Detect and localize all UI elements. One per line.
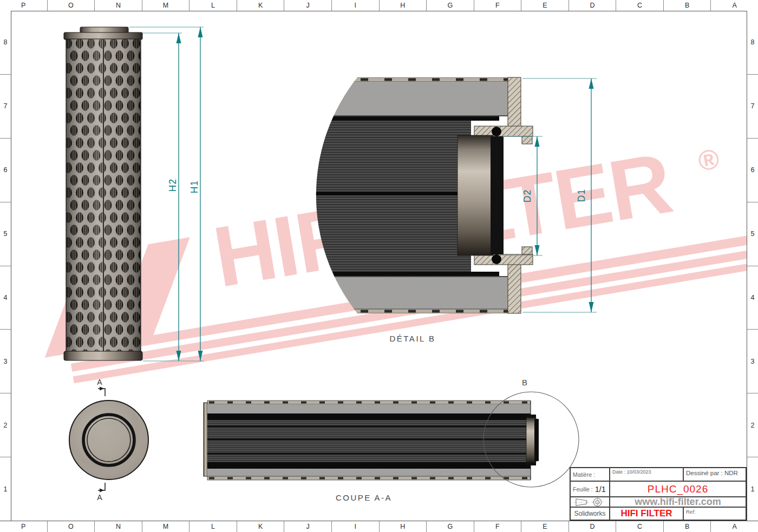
drawing-canvas: H2 H1 A A: [0, 0, 758, 532]
grid-label-top: D: [569, 0, 617, 11]
grid-label-left: 5: [0, 202, 11, 266]
grid-label-top: H: [380, 0, 427, 11]
grid-label-bottom: L: [190, 521, 237, 532]
detail-b-view: [311, 77, 533, 313]
grid-label-top: B: [664, 0, 711, 11]
projection-symbol-cell: [570, 497, 610, 507]
grid-label-top: E: [521, 0, 569, 11]
grid-label-left: 3: [0, 330, 11, 393]
date-field: Date : 10/03/2023: [610, 468, 683, 481]
grid-label-top: N: [95, 0, 142, 11]
title-block: Matière : Date : 10/03/2023 Dessiné par …: [570, 467, 747, 521]
grid-label-bottom: N: [95, 521, 142, 532]
grid-label-right: 5: [747, 202, 758, 266]
grid-label-bottom: B: [664, 521, 711, 532]
grid-band-bottom: PONMLKJIHGFEDCBA: [0, 521, 758, 532]
grid-label-left: 7: [0, 75, 11, 139]
sheet-label: Feuille :: [573, 486, 593, 492]
coupe-a-a-title: COUPE A-A: [336, 493, 392, 502]
software-label: Solidworks: [570, 507, 610, 520]
grid-label-bottom: I: [332, 521, 380, 532]
grid-label-top: G: [427, 0, 474, 11]
grid-label-bottom: J: [284, 521, 332, 532]
grid-label-right: 2: [747, 393, 758, 457]
grid-label-right: 6: [747, 139, 758, 202]
ref-label: Ref:: [683, 507, 746, 520]
section-mark-a-top: A: [97, 378, 102, 386]
grid-band-left: 87654321: [0, 11, 11, 521]
first-angle-projection-icon: [571, 497, 609, 507]
grid-label-bottom: M: [142, 521, 190, 532]
grid-label-top: A: [711, 0, 758, 11]
grid-label-top: P: [0, 0, 48, 11]
drawing-sheet: HIFI FILTER ®: [0, 0, 758, 532]
website: www.hifi-filter.com: [610, 497, 746, 507]
grid-label-top: I: [332, 0, 380, 11]
dim-label-h2: H2: [167, 179, 178, 192]
grid-label-top: O: [48, 0, 95, 11]
grid-label-left: 4: [0, 266, 11, 330]
grid-label-right: 1: [747, 457, 758, 521]
grid-label-left: 8: [0, 11, 11, 75]
grid-label-top: C: [616, 0, 664, 11]
grid-label-right: 8: [747, 11, 758, 75]
grid-label-top: M: [142, 0, 190, 11]
sheet-number-field: Feuille : 1/1: [570, 481, 610, 497]
sheet-value: 1/1: [595, 485, 606, 494]
detail-b-callout-label: B: [522, 378, 527, 387]
dim-label-d1: D1: [576, 189, 587, 202]
grid-label-bottom: P: [0, 521, 48, 532]
o-ring-seal: [492, 254, 501, 264]
front-view: [64, 27, 142, 360]
grid-band-right: 87654321: [747, 11, 758, 521]
part-number: PLHC_0026: [610, 481, 746, 497]
grid-label-bottom: F: [474, 521, 522, 532]
drawn-by-field: Dessiné par : NDR: [683, 468, 746, 481]
grid-label-right: 7: [747, 75, 758, 139]
coupe-a-a-view: B COUPE A-A: [204, 378, 579, 502]
grid-label-bottom: C: [616, 521, 664, 532]
material-label: Matière :: [570, 468, 610, 481]
top-view: A A: [69, 378, 148, 502]
grid-label-right: 3: [747, 330, 758, 393]
grid-label-bottom: O: [48, 521, 95, 532]
grid-label-left: 1: [0, 457, 11, 521]
grid-label-bottom: H: [380, 521, 427, 532]
detail-b-title: DÉTAIL B: [389, 334, 435, 343]
grid-label-top: J: [284, 0, 332, 11]
grid-label-bottom: G: [427, 521, 474, 532]
inner-sleeve: [458, 135, 493, 255]
section-mark-a-bottom: A: [97, 493, 102, 502]
grid-band-top: PONMLKJIHGFEDCBA: [0, 0, 758, 11]
dim-label-h1: H1: [189, 180, 200, 193]
grid-label-left: 6: [0, 139, 11, 202]
grid-label-top: F: [474, 0, 522, 11]
grid-label-bottom: K: [237, 521, 285, 532]
o-ring-seal: [492, 127, 501, 136]
grid-label-right: 4: [747, 266, 758, 330]
grid-label-bottom: A: [711, 521, 758, 532]
grid-label-left: 2: [0, 393, 11, 457]
grid-label-bottom: D: [569, 521, 617, 532]
grid-label-top: L: [190, 0, 237, 11]
brand-name: HIFI FILTER: [610, 507, 683, 520]
dim-label-d2: D2: [522, 189, 533, 202]
grid-label-bottom: E: [521, 521, 569, 532]
grid-label-top: K: [237, 0, 285, 11]
